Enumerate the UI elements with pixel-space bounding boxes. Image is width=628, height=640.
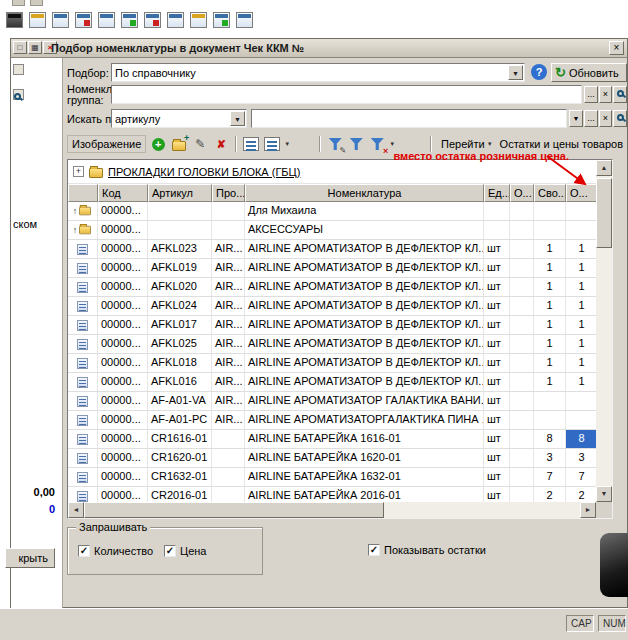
icon-badge: [84, 20, 90, 26]
cell-code: 00000...: [98, 316, 148, 334]
app-toolbar-icon-10[interactable]: [213, 12, 230, 28]
table-row[interactable]: 00000...CR1632-01AIRLINE БАТАРЕЙКА 1632-…: [68, 468, 596, 487]
price-checkbox-label: Цена: [180, 545, 206, 557]
table-row[interactable]: ↑00000...АКСЕССУАРЫ: [68, 221, 596, 240]
checkbox-icon: ✓: [164, 545, 176, 557]
expand-button[interactable]: +: [73, 166, 84, 177]
app-toolbar-icon-3[interactable]: [52, 12, 69, 28]
column-header-o1[interactable]: О...: [510, 184, 534, 202]
cell-o2: 1: [566, 259, 596, 277]
top-edge-icon[interactable]: [30, 0, 43, 6]
search-find-button[interactable]: [613, 110, 627, 127]
search-by-combo[interactable]: артикулу ▼: [111, 109, 247, 128]
cell-name: AIRLINE АРОМАТИЗАТОР В ДЕФЛЕКТОР КЛ...: [245, 259, 484, 277]
search-clear-button[interactable]: ×: [599, 110, 612, 127]
chevron-down-icon[interactable]: ▼: [389, 141, 395, 147]
chevron-down-icon[interactable]: ▼: [508, 65, 523, 80]
app-toolbar-icon-9[interactable]: [190, 12, 207, 28]
table-row[interactable]: 00000...AFKL023AIR...AIRLINE АРОМАТИЗАТО…: [68, 240, 596, 259]
scroll-left-button[interactable]: ◄: [68, 502, 84, 518]
column-header-pro[interactable]: Про...: [212, 184, 245, 202]
items-table: + ПРОКЛАДКИ ГОЛОВКИ БЛОКА (ГБЦ) КодАртик…: [67, 159, 613, 519]
search-history-dropdown[interactable]: ▼: [569, 110, 583, 127]
app-toolbar-icon-7[interactable]: [144, 12, 161, 28]
column-header-unit[interactable]: Ед...: [484, 184, 510, 202]
icon-badge: [130, 20, 136, 26]
chevron-down-icon[interactable]: ▼: [230, 111, 245, 126]
view-mode-button[interactable]: Изображение: [67, 135, 146, 153]
cell-name: AIRLINE АРОМАТИЗАТОР В ДЕФЛЕКТОР КЛ...: [245, 316, 484, 334]
app-toolbar-icon-5[interactable]: [98, 12, 115, 28]
window-close-button[interactable]: ×: [609, 41, 624, 55]
chevron-down-icon[interactable]: ▼: [284, 141, 290, 147]
table-row[interactable]: 00000...CR1620-01AIRLINE БАТАРЕЙКА 1620-…: [68, 449, 596, 468]
table-row[interactable]: 00000...AFKL017AIR...AIRLINE АРОМАТИЗАТО…: [68, 316, 596, 335]
group-input[interactable]: [111, 85, 582, 104]
refresh-button[interactable]: ↻ Обновить: [551, 63, 627, 82]
cell-code: 00000...: [98, 335, 148, 353]
quantity-checkbox[interactable]: ✓ Количество: [78, 545, 153, 557]
scroll-right-button[interactable]: ►: [580, 502, 596, 518]
background-close-button[interactable]: крыть: [5, 548, 55, 568]
help-button[interactable]: ?: [531, 64, 547, 80]
cell-o2: 8: [566, 430, 596, 448]
cell-pro: AIR...: [212, 354, 245, 372]
view-list-button[interactable]: [242, 135, 260, 153]
app-toolbar-icon-2[interactable]: [29, 12, 46, 28]
group-browse-button[interactable]: ...: [584, 86, 598, 103]
podbor-combo[interactable]: По справочнику ▼: [111, 63, 525, 82]
add-group-button[interactable]: +: [170, 135, 188, 153]
background-panel-icon[interactable]: [13, 64, 24, 75]
add-item-button[interactable]: +: [149, 135, 167, 153]
edit-button[interactable]: ✎: [191, 135, 209, 153]
current-group-link[interactable]: ПРОКЛАДКИ ГОЛОВКИ БЛОКА (ГБЦ): [108, 166, 300, 178]
app-toolbar-icon-1[interactable]: [6, 12, 23, 28]
vertical-scrollbar[interactable]: ▲ ▼: [596, 160, 612, 502]
horizontal-scroll-thumb[interactable]: [84, 502, 384, 518]
column-header-articul[interactable]: Артикул: [148, 184, 212, 202]
cell-name: AIRLINE АРОМАТИЗАТОР В ДЕФЛЕКТОР КЛ...: [245, 354, 484, 372]
cell-pro: AIR...: [212, 297, 245, 315]
table-row[interactable]: 00000...AF-A01-PCAIR...AIRLINE АРОМАТИЗА…: [68, 411, 596, 430]
column-header-icon[interactable]: [68, 184, 98, 202]
window-title-bar: □ ▦ × Подбор номенклатуры в документ Чек…: [11, 39, 627, 58]
table-row[interactable]: 00000...AFKL016AIR...AIRLINE АРОМАТИЗАТО…: [68, 373, 596, 392]
show-stock-checkbox[interactable]: ✓ Показывать остатки: [368, 544, 486, 556]
horizontal-scrollbar[interactable]: ◄ ►: [68, 502, 596, 518]
panel-grid-button[interactable]: ▦: [28, 41, 42, 54]
view-tree-button[interactable]: [263, 135, 281, 153]
app-toolbar-icon-4[interactable]: [75, 12, 92, 28]
stock-prices-button[interactable]: Остатки и цены товаров: [500, 138, 623, 150]
table-row[interactable]: 00000...AF-A01-VAAIR...AIRLINE АРОМАТИЗА…: [68, 392, 596, 411]
cell-o1: [510, 202, 534, 220]
background-search-icon[interactable]: [13, 89, 24, 100]
cell-name: AIRLINE АРОМАТИЗАТОР В ДЕФЛЕКТОР КЛ...: [245, 335, 484, 353]
app-toolbar-icon-6[interactable]: [121, 12, 138, 28]
panel-restore-button[interactable]: □: [13, 41, 27, 54]
top-edge-icon[interactable]: [12, 0, 25, 6]
cell-o2: [566, 392, 596, 410]
app-toolbar-icon-8[interactable]: [167, 12, 184, 28]
table-row[interactable]: ↑00000...Для Михаила: [68, 202, 596, 221]
cell-code: 00000...: [98, 354, 148, 372]
app-toolbar-icon-11[interactable]: [236, 12, 253, 28]
cell-pro: AIR...: [212, 259, 245, 277]
table-row[interactable]: 00000...AFKL020AIR...AIRLINE АРОМАТИЗАТО…: [68, 278, 596, 297]
cell-o1: [510, 316, 534, 334]
table-row[interactable]: 00000...AFKL024AIR...AIRLINE АРОМАТИЗАТО…: [68, 297, 596, 316]
group-clear-button[interactable]: ×: [599, 86, 612, 103]
scroll-down-button[interactable]: ▼: [596, 486, 612, 502]
group-search-button[interactable]: [613, 86, 627, 103]
price-checkbox[interactable]: ✓ Цена: [164, 545, 206, 557]
table-row[interactable]: 00000...AFKL019AIR...AIRLINE АРОМАТИЗАТО…: [68, 259, 596, 278]
column-header-name[interactable]: Номенклатура: [245, 184, 484, 202]
cell-o1: [510, 354, 534, 372]
search-browse-button[interactable]: ...: [584, 110, 598, 127]
search-input[interactable]: [251, 109, 567, 128]
table-row[interactable]: 00000...AFKL018AIR...AIRLINE АРОМАТИЗАТО…: [68, 354, 596, 373]
table-row[interactable]: 00000...AFKL025AIR...AIRLINE АРОМАТИЗАТО…: [68, 335, 596, 354]
annotation-arrow: [541, 151, 601, 195]
delete-button[interactable]: ✘: [212, 135, 230, 153]
table-row[interactable]: 00000...CR1616-01AIRLINE БАТАРЕЙКА 1616-…: [68, 430, 596, 449]
column-header-code[interactable]: Код: [98, 184, 148, 202]
